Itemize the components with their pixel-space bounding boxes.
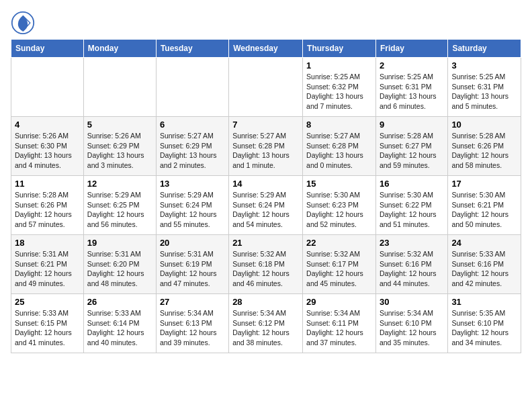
day-number: 15 bbox=[306, 179, 372, 189]
calendar-cell: 14Sunrise: 5:29 AM Sunset: 6:24 PM Dayli… bbox=[229, 176, 303, 235]
day-info: Sunrise: 5:34 AM Sunset: 6:11 PM Dayligh… bbox=[306, 308, 372, 348]
calendar-cell: 26Sunrise: 5:33 AM Sunset: 6:14 PM Dayli… bbox=[83, 294, 156, 353]
day-number: 31 bbox=[451, 297, 517, 307]
day-number: 18 bbox=[15, 238, 80, 248]
day-number: 7 bbox=[232, 120, 299, 130]
day-info: Sunrise: 5:29 AM Sunset: 6:24 PM Dayligh… bbox=[232, 190, 299, 230]
day-number: 23 bbox=[380, 238, 444, 248]
page-header bbox=[11, 11, 521, 35]
calendar-cell: 28Sunrise: 5:34 AM Sunset: 6:12 PM Dayli… bbox=[229, 294, 303, 353]
day-number: 20 bbox=[160, 238, 225, 248]
day-number: 21 bbox=[232, 238, 299, 248]
day-info: Sunrise: 5:27 AM Sunset: 6:28 PM Dayligh… bbox=[232, 131, 299, 171]
calendar-cell: 2Sunrise: 5:25 AM Sunset: 6:31 PM Daylig… bbox=[375, 58, 447, 117]
day-number: 28 bbox=[232, 297, 299, 307]
day-info: Sunrise: 5:26 AM Sunset: 6:29 PM Dayligh… bbox=[87, 131, 152, 171]
calendar-cell: 25Sunrise: 5:33 AM Sunset: 6:15 PM Dayli… bbox=[11, 294, 84, 353]
weekday-header-monday: Monday bbox=[83, 40, 156, 58]
day-info: Sunrise: 5:33 AM Sunset: 6:14 PM Dayligh… bbox=[87, 308, 152, 348]
day-info: Sunrise: 5:27 AM Sunset: 6:29 PM Dayligh… bbox=[160, 131, 225, 171]
day-info: Sunrise: 5:33 AM Sunset: 6:16 PM Dayligh… bbox=[451, 249, 517, 289]
calendar-cell: 12Sunrise: 5:29 AM Sunset: 6:25 PM Dayli… bbox=[83, 176, 156, 235]
day-info: Sunrise: 5:32 AM Sunset: 6:16 PM Dayligh… bbox=[380, 249, 444, 289]
calendar-cell: 5Sunrise: 5:26 AM Sunset: 6:29 PM Daylig… bbox=[83, 117, 156, 176]
calendar-cell: 3Sunrise: 5:25 AM Sunset: 6:31 PM Daylig… bbox=[448, 58, 521, 117]
calendar-cell bbox=[156, 58, 228, 117]
calendar-cell: 20Sunrise: 5:31 AM Sunset: 6:19 PM Dayli… bbox=[156, 235, 228, 294]
day-info: Sunrise: 5:28 AM Sunset: 6:26 PM Dayligh… bbox=[451, 131, 517, 171]
day-number: 19 bbox=[87, 238, 152, 248]
day-number: 1 bbox=[306, 60, 372, 71]
day-info: Sunrise: 5:34 AM Sunset: 6:13 PM Dayligh… bbox=[160, 308, 225, 348]
calendar-cell: 23Sunrise: 5:32 AM Sunset: 6:16 PM Dayli… bbox=[375, 235, 447, 294]
day-number: 16 bbox=[380, 179, 444, 189]
day-info: Sunrise: 5:33 AM Sunset: 6:15 PM Dayligh… bbox=[15, 308, 80, 348]
day-number: 3 bbox=[451, 60, 517, 71]
day-number: 4 bbox=[15, 120, 80, 130]
logo-icon bbox=[11, 11, 35, 35]
calendar-cell: 9Sunrise: 5:28 AM Sunset: 6:27 PM Daylig… bbox=[375, 117, 447, 176]
calendar-cell: 13Sunrise: 5:29 AM Sunset: 6:24 PM Dayli… bbox=[156, 176, 228, 235]
calendar-week-2: 4Sunrise: 5:26 AM Sunset: 6:30 PM Daylig… bbox=[11, 117, 521, 176]
day-number: 24 bbox=[451, 238, 517, 248]
day-number: 29 bbox=[306, 297, 372, 307]
calendar-cell: 15Sunrise: 5:30 AM Sunset: 6:23 PM Dayli… bbox=[303, 176, 376, 235]
day-number: 5 bbox=[87, 120, 152, 130]
logo bbox=[11, 11, 39, 35]
calendar-cell: 24Sunrise: 5:33 AM Sunset: 6:16 PM Dayli… bbox=[448, 235, 521, 294]
calendar-body: 1Sunrise: 5:25 AM Sunset: 6:32 PM Daylig… bbox=[11, 58, 521, 353]
day-number: 30 bbox=[380, 297, 444, 307]
day-info: Sunrise: 5:31 AM Sunset: 6:20 PM Dayligh… bbox=[87, 249, 152, 289]
calendar-cell: 7Sunrise: 5:27 AM Sunset: 6:28 PM Daylig… bbox=[229, 117, 303, 176]
weekday-header-thursday: Thursday bbox=[303, 40, 376, 58]
calendar-cell: 22Sunrise: 5:32 AM Sunset: 6:17 PM Dayli… bbox=[303, 235, 376, 294]
day-info: Sunrise: 5:32 AM Sunset: 6:18 PM Dayligh… bbox=[232, 249, 299, 289]
day-info: Sunrise: 5:27 AM Sunset: 6:28 PM Dayligh… bbox=[306, 131, 372, 171]
calendar-cell: 30Sunrise: 5:34 AM Sunset: 6:10 PM Dayli… bbox=[375, 294, 447, 353]
day-info: Sunrise: 5:31 AM Sunset: 6:21 PM Dayligh… bbox=[15, 249, 80, 289]
day-number: 22 bbox=[306, 238, 372, 248]
day-info: Sunrise: 5:31 AM Sunset: 6:19 PM Dayligh… bbox=[160, 249, 225, 289]
calendar-week-3: 11Sunrise: 5:28 AM Sunset: 6:26 PM Dayli… bbox=[11, 176, 521, 235]
calendar-week-5: 25Sunrise: 5:33 AM Sunset: 6:15 PM Dayli… bbox=[11, 294, 521, 353]
calendar-header: SundayMondayTuesdayWednesdayThursdayFrid… bbox=[11, 40, 521, 58]
day-info: Sunrise: 5:28 AM Sunset: 6:26 PM Dayligh… bbox=[15, 190, 80, 230]
day-number: 27 bbox=[160, 297, 225, 307]
day-info: Sunrise: 5:25 AM Sunset: 6:32 PM Dayligh… bbox=[306, 72, 372, 111]
calendar-cell: 10Sunrise: 5:28 AM Sunset: 6:26 PM Dayli… bbox=[448, 117, 521, 176]
calendar-cell bbox=[229, 58, 303, 117]
weekday-row: SundayMondayTuesdayWednesdayThursdayFrid… bbox=[11, 40, 521, 58]
calendar-table: SundayMondayTuesdayWednesdayThursdayFrid… bbox=[11, 39, 521, 353]
day-info: Sunrise: 5:30 AM Sunset: 6:21 PM Dayligh… bbox=[451, 190, 517, 230]
calendar-week-1: 1Sunrise: 5:25 AM Sunset: 6:32 PM Daylig… bbox=[11, 58, 521, 117]
day-info: Sunrise: 5:28 AM Sunset: 6:27 PM Dayligh… bbox=[380, 131, 444, 171]
calendar-cell: 1Sunrise: 5:25 AM Sunset: 6:32 PM Daylig… bbox=[303, 58, 376, 117]
calendar-cell: 16Sunrise: 5:30 AM Sunset: 6:22 PM Dayli… bbox=[375, 176, 447, 235]
day-info: Sunrise: 5:30 AM Sunset: 6:22 PM Dayligh… bbox=[380, 190, 444, 230]
calendar-cell: 11Sunrise: 5:28 AM Sunset: 6:26 PM Dayli… bbox=[11, 176, 84, 235]
day-info: Sunrise: 5:30 AM Sunset: 6:23 PM Dayligh… bbox=[306, 190, 372, 230]
day-number: 12 bbox=[87, 179, 152, 189]
day-info: Sunrise: 5:26 AM Sunset: 6:30 PM Dayligh… bbox=[15, 131, 80, 171]
calendar-cell: 29Sunrise: 5:34 AM Sunset: 6:11 PM Dayli… bbox=[303, 294, 376, 353]
calendar-cell: 8Sunrise: 5:27 AM Sunset: 6:28 PM Daylig… bbox=[303, 117, 376, 176]
calendar-cell: 19Sunrise: 5:31 AM Sunset: 6:20 PM Dayli… bbox=[83, 235, 156, 294]
weekday-header-sunday: Sunday bbox=[11, 40, 84, 58]
calendar-cell: 21Sunrise: 5:32 AM Sunset: 6:18 PM Dayli… bbox=[229, 235, 303, 294]
calendar-cell: 18Sunrise: 5:31 AM Sunset: 6:21 PM Dayli… bbox=[11, 235, 84, 294]
day-info: Sunrise: 5:29 AM Sunset: 6:25 PM Dayligh… bbox=[87, 190, 152, 230]
day-number: 26 bbox=[87, 297, 152, 307]
day-number: 25 bbox=[15, 297, 80, 307]
calendar-cell: 6Sunrise: 5:27 AM Sunset: 6:29 PM Daylig… bbox=[156, 117, 228, 176]
day-info: Sunrise: 5:25 AM Sunset: 6:31 PM Dayligh… bbox=[451, 72, 517, 111]
day-number: 11 bbox=[15, 179, 80, 189]
calendar-week-4: 18Sunrise: 5:31 AM Sunset: 6:21 PM Dayli… bbox=[11, 235, 521, 294]
day-number: 13 bbox=[160, 179, 225, 189]
day-number: 10 bbox=[451, 120, 517, 130]
calendar-cell: 31Sunrise: 5:35 AM Sunset: 6:10 PM Dayli… bbox=[448, 294, 521, 353]
day-info: Sunrise: 5:35 AM Sunset: 6:10 PM Dayligh… bbox=[451, 308, 517, 348]
day-number: 6 bbox=[160, 120, 225, 130]
calendar-cell bbox=[11, 58, 84, 117]
weekday-header-tuesday: Tuesday bbox=[156, 40, 228, 58]
calendar-cell bbox=[83, 58, 156, 117]
